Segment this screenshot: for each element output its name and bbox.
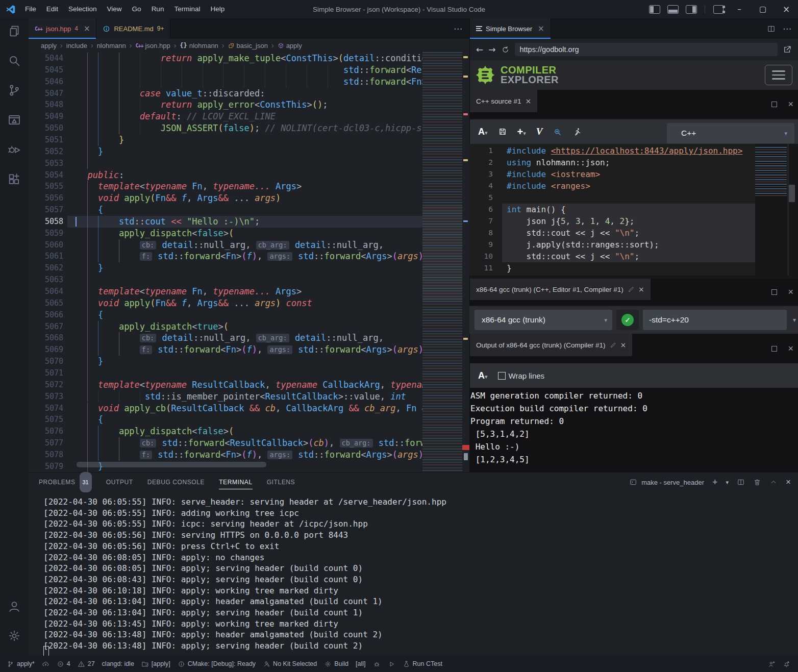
status-bug[interactable] — [369, 658, 384, 669]
compiler-explorer-logo[interactable]: COMPILER EXPLORER — [474, 64, 559, 86]
menu-terminal[interactable]: Terminal — [169, 0, 205, 18]
minimap[interactable] — [422, 52, 462, 472]
activity-files-icon[interactable] — [0, 18, 29, 44]
url-input[interactable]: https://godbolt.org — [515, 43, 778, 56]
close-pane-icon[interactable]: × — [788, 287, 793, 297]
status-clangd-idle[interactable]: clangd: idle — [98, 658, 138, 669]
status-tools[interactable]: No Kit Selected — [259, 658, 320, 669]
terminal-list-item[interactable]: make - serve_header — [629, 478, 704, 486]
close-pane-icon[interactable]: × — [788, 343, 793, 354]
breadcrumb-item-nlohmann[interactable]: {}nlohmann — [180, 42, 218, 49]
status-feedback[interactable] — [764, 658, 779, 669]
activity-test-panel-icon[interactable] — [0, 107, 29, 133]
maximize-pane-icon[interactable] — [770, 344, 779, 353]
minimize-button[interactable]: – — [728, 0, 751, 18]
status-folder-check[interactable]: [apply] — [138, 658, 174, 669]
activity-extensions-icon[interactable] — [0, 166, 29, 192]
output-pane-tab[interactable]: Output of x86-64 gcc (trunk) (Compiler #… — [470, 334, 632, 356]
status-play[interactable] — [384, 658, 399, 669]
customize-layout-icon[interactable] — [713, 5, 724, 14]
terminal-dropdown-icon[interactable]: ▾ — [726, 479, 729, 486]
compiler-select[interactable]: x86-64 gcc (trunk)▾ — [475, 310, 612, 330]
back-icon[interactable]: ← — [476, 44, 483, 55]
godbolt-scrollbar[interactable] — [789, 185, 795, 202]
wrap-lines-checkbox[interactable]: Wrap lines — [498, 371, 545, 380]
cppinsights-icon[interactable] — [553, 127, 562, 137]
toggle-panel-icon[interactable] — [667, 5, 679, 14]
vim-toggle-icon[interactable]: V — [536, 126, 543, 137]
status-bell-dot[interactable] — [779, 658, 794, 669]
tab-json.hpp[interactable]: C++json.hpp4× — [29, 18, 96, 39]
add-button[interactable]: +▾ — [517, 126, 526, 138]
close-pane-icon[interactable]: × — [788, 99, 793, 110]
breadcrumb-item-apply[interactable]: apply — [41, 42, 57, 49]
maximize-pane-icon[interactable] — [770, 100, 779, 109]
close-pane-icon[interactable]: × — [526, 97, 532, 105]
menu-help[interactable]: Help — [205, 0, 230, 18]
hamburger-menu-icon[interactable] — [765, 65, 792, 85]
menu-run[interactable]: Run — [146, 0, 169, 18]
menu-edit[interactable]: Edit — [41, 0, 63, 18]
tab-simple-browser[interactable]: Simple Browser × — [470, 18, 551, 39]
include-url-link[interactable]: <https://localhost:8443/apply/json.hpp> — [551, 146, 743, 156]
close-pane-icon[interactable]: × — [620, 341, 627, 349]
activity-settings-gear-icon[interactable] — [0, 623, 29, 649]
rename-pane-icon[interactable] — [628, 286, 634, 293]
source-pane-tab[interactable]: C++ source #1× — [470, 90, 537, 112]
compiler-options-input[interactable]: -std=c++20 — [643, 310, 787, 330]
breadcrumb-item-include[interactable]: include — [66, 42, 87, 49]
breadcrumb-item-json.hpp[interactable]: C++json.hpp — [135, 42, 170, 49]
options-dropdown-icon[interactable]: ▾ — [793, 316, 796, 323]
kill-terminal-icon[interactable] — [753, 478, 761, 486]
compiler-pane-tab[interactable]: x86-64 gcc (trunk) (C++, Editor #1, Comp… — [470, 279, 651, 300]
breadcrumb-item-apply[interactable]: apply — [278, 42, 302, 49]
menu-selection[interactable]: Selection — [63, 0, 102, 18]
status-gear[interactable]: Build — [320, 658, 352, 669]
status-cloud-upload[interactable] — [38, 658, 53, 669]
restore-button[interactable]: ▢ — [751, 0, 775, 18]
status--all-[interactable]: [all] — [352, 658, 369, 669]
menu-go[interactable]: Go — [127, 0, 146, 18]
close-tab-icon[interactable]: × — [84, 24, 90, 33]
status-git-branch[interactable]: apply* — [3, 658, 38, 669]
close-window-button[interactable]: × — [775, 0, 798, 18]
activity-account-icon[interactable] — [0, 593, 29, 619]
status-beaker[interactable]: Run CTest — [399, 658, 446, 669]
status-info-circle[interactable]: CMake: [Debug]: Ready — [174, 658, 259, 669]
rename-pane-icon[interactable] — [610, 342, 616, 349]
horizontal-scrollbar[interactable] — [77, 462, 266, 467]
forward-icon[interactable]: → — [488, 44, 495, 55]
editor-more-actions-icon[interactable]: ⋯ — [454, 23, 462, 34]
close-panel-icon[interactable]: × — [786, 477, 791, 487]
status-error-circle[interactable]: 4 — [53, 658, 74, 669]
tab-readme.md[interactable]: README.md9+ — [96, 18, 170, 39]
open-external-icon[interactable] — [783, 45, 792, 54]
breadcrumb-item-nlohmann[interactable]: nlohmann — [97, 42, 126, 49]
activity-search-icon[interactable] — [0, 48, 29, 73]
panel-tab-debug-console[interactable]: DEBUG CONSOLE — [147, 472, 205, 492]
menu-view[interactable]: View — [102, 0, 127, 18]
split-terminal-icon[interactable] — [737, 478, 745, 486]
font-size-button[interactable]: A▾ — [478, 370, 488, 381]
status-warning-triangle[interactable]: 27 — [74, 658, 98, 669]
panel-tab-gitlens[interactable]: GITLENS — [267, 472, 295, 492]
breadcrumb-item-basic_json[interactable]: basic_json — [228, 42, 268, 49]
save-icon[interactable] — [498, 127, 507, 136]
reload-icon[interactable] — [501, 45, 510, 54]
new-terminal-icon[interactable]: + — [712, 477, 718, 488]
close-tab-icon[interactable]: × — [538, 24, 544, 33]
maximize-panel-icon[interactable] — [769, 478, 778, 486]
activity-source-control-icon[interactable] — [0, 78, 29, 103]
toggle-sidebar-icon[interactable] — [649, 5, 660, 14]
language-select[interactable]: C++▾ — [667, 123, 794, 143]
split-editor-icon[interactable] — [767, 24, 776, 33]
maximize-pane-icon[interactable] — [770, 288, 779, 296]
activity-run-debug-icon[interactable] — [0, 137, 29, 162]
panel-tab-terminal[interactable]: TERMINAL — [219, 472, 252, 492]
font-size-button[interactable]: A▾ — [478, 127, 488, 137]
browser-more-actions-icon[interactable]: ⋯ — [783, 23, 791, 34]
toggle-secondary-sidebar-icon[interactable] — [686, 5, 697, 14]
panel-tab-output[interactable]: OUTPUT — [106, 472, 133, 492]
menu-file[interactable]: File — [20, 0, 41, 18]
quickbench-icon[interactable] — [572, 127, 582, 137]
